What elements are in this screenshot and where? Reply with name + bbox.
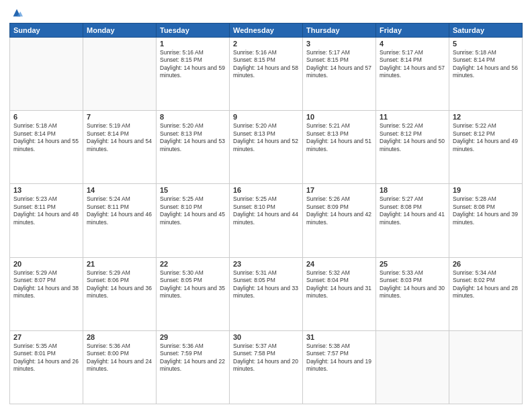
- logo-icon: [11, 7, 23, 19]
- cell-info: Sunrise: 5:18 AM Sunset: 8:14 PM Dayligh…: [13, 122, 79, 153]
- calendar-week-4: 27Sunrise: 5:35 AM Sunset: 8:01 PM Dayli…: [10, 330, 523, 404]
- calendar-cell: 20Sunrise: 5:29 AM Sunset: 8:07 PM Dayli…: [10, 257, 83, 330]
- cell-info: Sunrise: 5:25 AM Sunset: 8:10 PM Dayligh…: [233, 195, 299, 226]
- calendar-cell: 22Sunrise: 5:30 AM Sunset: 8:05 PM Dayli…: [157, 257, 230, 330]
- calendar-cell: 1Sunrise: 5:16 AM Sunset: 8:15 PM Daylig…: [157, 38, 230, 111]
- calendar-cell: 6Sunrise: 5:18 AM Sunset: 8:14 PM Daylig…: [10, 111, 83, 184]
- cell-info: Sunrise: 5:22 AM Sunset: 8:12 PM Dayligh…: [380, 122, 445, 153]
- calendar-cell: 4Sunrise: 5:17 AM Sunset: 8:14 PM Daylig…: [376, 38, 449, 111]
- day-number: 13: [13, 186, 79, 194]
- calendar-header-row: SundayMondayTuesdayWednesdayThursdayFrid…: [10, 24, 523, 38]
- cell-info: Sunrise: 5:27 AM Sunset: 8:08 PM Dayligh…: [380, 195, 445, 226]
- day-number: 21: [87, 260, 152, 268]
- day-number: 9: [233, 113, 299, 121]
- cell-info: Sunrise: 5:29 AM Sunset: 8:06 PM Dayligh…: [87, 269, 152, 300]
- calendar-cell: 16Sunrise: 5:25 AM Sunset: 8:10 PM Dayli…: [230, 184, 303, 257]
- cell-info: Sunrise: 5:22 AM Sunset: 8:12 PM Dayligh…: [453, 122, 519, 153]
- day-number: 24: [306, 260, 372, 268]
- calendar-cell: 19Sunrise: 5:28 AM Sunset: 8:08 PM Dayli…: [449, 184, 523, 257]
- cell-info: Sunrise: 5:21 AM Sunset: 8:13 PM Dayligh…: [306, 122, 372, 153]
- cell-info: Sunrise: 5:37 AM Sunset: 7:58 PM Dayligh…: [233, 342, 299, 373]
- calendar-cell: 8Sunrise: 5:20 AM Sunset: 8:13 PM Daylig…: [157, 111, 230, 184]
- day-number: 2: [233, 40, 299, 48]
- calendar-week-1: 6Sunrise: 5:18 AM Sunset: 8:14 PM Daylig…: [10, 111, 523, 184]
- calendar-cell: 23Sunrise: 5:31 AM Sunset: 8:05 PM Dayli…: [230, 257, 303, 330]
- calendar-cell: 21Sunrise: 5:29 AM Sunset: 8:06 PM Dayli…: [83, 257, 157, 330]
- cell-info: Sunrise: 5:20 AM Sunset: 8:13 PM Dayligh…: [160, 122, 226, 153]
- calendar-cell: 7Sunrise: 5:19 AM Sunset: 8:14 PM Daylig…: [83, 111, 157, 184]
- calendar-cell: 25Sunrise: 5:33 AM Sunset: 8:03 PM Dayli…: [376, 257, 449, 330]
- cell-info: Sunrise: 5:23 AM Sunset: 8:11 PM Dayligh…: [13, 195, 79, 226]
- calendar-header-friday: Friday: [376, 24, 449, 38]
- calendar-cell: [10, 38, 83, 111]
- day-number: 28: [87, 333, 152, 341]
- calendar-cell: 31Sunrise: 5:38 AM Sunset: 7:57 PM Dayli…: [303, 330, 376, 404]
- calendar-cell: [449, 330, 523, 404]
- cell-info: Sunrise: 5:24 AM Sunset: 8:11 PM Dayligh…: [87, 195, 152, 226]
- logo: [9, 7, 23, 19]
- calendar-cell: 28Sunrise: 5:36 AM Sunset: 8:00 PM Dayli…: [83, 330, 157, 404]
- day-number: 5: [453, 40, 519, 48]
- day-number: 25: [380, 260, 445, 268]
- day-number: 10: [306, 113, 372, 121]
- day-number: 3: [306, 40, 372, 48]
- calendar-header-wednesday: Wednesday: [230, 24, 303, 38]
- day-number: 19: [453, 186, 519, 194]
- calendar-cell: 3Sunrise: 5:17 AM Sunset: 8:15 PM Daylig…: [303, 38, 376, 111]
- calendar-cell: 15Sunrise: 5:25 AM Sunset: 8:10 PM Dayli…: [157, 184, 230, 257]
- cell-info: Sunrise: 5:33 AM Sunset: 8:03 PM Dayligh…: [380, 269, 445, 300]
- cell-info: Sunrise: 5:18 AM Sunset: 8:14 PM Dayligh…: [453, 49, 519, 80]
- calendar-cell: 11Sunrise: 5:22 AM Sunset: 8:12 PM Dayli…: [376, 111, 449, 184]
- day-number: 12: [453, 113, 519, 121]
- cell-info: Sunrise: 5:26 AM Sunset: 8:09 PM Dayligh…: [306, 195, 372, 226]
- cell-info: Sunrise: 5:35 AM Sunset: 8:01 PM Dayligh…: [13, 342, 79, 373]
- day-number: 18: [380, 186, 445, 194]
- cell-info: Sunrise: 5:34 AM Sunset: 8:02 PM Dayligh…: [453, 269, 519, 300]
- cell-info: Sunrise: 5:31 AM Sunset: 8:05 PM Dayligh…: [233, 269, 299, 300]
- cell-info: Sunrise: 5:28 AM Sunset: 8:08 PM Dayligh…: [453, 195, 519, 226]
- day-number: 27: [13, 333, 79, 341]
- day-number: 30: [233, 333, 299, 341]
- calendar-cell: 5Sunrise: 5:18 AM Sunset: 8:14 PM Daylig…: [449, 38, 523, 111]
- day-number: 4: [380, 40, 445, 48]
- calendar-cell: 12Sunrise: 5:22 AM Sunset: 8:12 PM Dayli…: [449, 111, 523, 184]
- calendar-cell: 29Sunrise: 5:36 AM Sunset: 7:59 PM Dayli…: [157, 330, 230, 404]
- cell-info: Sunrise: 5:36 AM Sunset: 8:00 PM Dayligh…: [87, 342, 152, 373]
- day-number: 23: [233, 260, 299, 268]
- calendar-cell: 18Sunrise: 5:27 AM Sunset: 8:08 PM Dayli…: [376, 184, 449, 257]
- day-number: 29: [160, 333, 226, 341]
- day-number: 11: [380, 113, 445, 121]
- calendar-cell: [376, 330, 449, 404]
- cell-info: Sunrise: 5:17 AM Sunset: 8:15 PM Dayligh…: [306, 49, 372, 80]
- calendar-cell: 9Sunrise: 5:20 AM Sunset: 8:13 PM Daylig…: [230, 111, 303, 184]
- calendar-cell: 30Sunrise: 5:37 AM Sunset: 7:58 PM Dayli…: [230, 330, 303, 404]
- day-number: 22: [160, 260, 226, 268]
- cell-info: Sunrise: 5:19 AM Sunset: 8:14 PM Dayligh…: [87, 122, 152, 153]
- calendar-week-0: 1Sunrise: 5:16 AM Sunset: 8:15 PM Daylig…: [10, 38, 523, 111]
- calendar-cell: 17Sunrise: 5:26 AM Sunset: 8:09 PM Dayli…: [303, 184, 376, 257]
- calendar-header-monday: Monday: [83, 24, 157, 38]
- calendar-header-tuesday: Tuesday: [157, 24, 230, 38]
- cell-info: Sunrise: 5:25 AM Sunset: 8:10 PM Dayligh…: [160, 195, 226, 226]
- day-number: 14: [87, 186, 152, 194]
- calendar-cell: 13Sunrise: 5:23 AM Sunset: 8:11 PM Dayli…: [10, 184, 83, 257]
- day-number: 1: [160, 40, 226, 48]
- day-number: 26: [453, 260, 519, 268]
- day-number: 7: [87, 113, 152, 121]
- cell-info: Sunrise: 5:20 AM Sunset: 8:13 PM Dayligh…: [233, 122, 299, 153]
- calendar-cell: 27Sunrise: 5:35 AM Sunset: 8:01 PM Dayli…: [10, 330, 83, 404]
- day-number: 31: [306, 333, 372, 341]
- calendar-cell: 24Sunrise: 5:32 AM Sunset: 8:04 PM Dayli…: [303, 257, 376, 330]
- cell-info: Sunrise: 5:16 AM Sunset: 8:15 PM Dayligh…: [160, 49, 226, 80]
- cell-info: Sunrise: 5:38 AM Sunset: 7:57 PM Dayligh…: [306, 342, 372, 373]
- day-number: 8: [160, 113, 226, 121]
- calendar-cell: 26Sunrise: 5:34 AM Sunset: 8:02 PM Dayli…: [449, 257, 523, 330]
- cell-info: Sunrise: 5:17 AM Sunset: 8:14 PM Dayligh…: [380, 49, 445, 80]
- calendar-cell: 10Sunrise: 5:21 AM Sunset: 8:13 PM Dayli…: [303, 111, 376, 184]
- day-number: 15: [160, 186, 226, 194]
- cell-info: Sunrise: 5:36 AM Sunset: 7:59 PM Dayligh…: [160, 342, 226, 373]
- calendar-cell: 14Sunrise: 5:24 AM Sunset: 8:11 PM Dayli…: [83, 184, 157, 257]
- cell-info: Sunrise: 5:29 AM Sunset: 8:07 PM Dayligh…: [13, 269, 79, 300]
- calendar-cell: [83, 38, 157, 111]
- header: [9, 7, 523, 19]
